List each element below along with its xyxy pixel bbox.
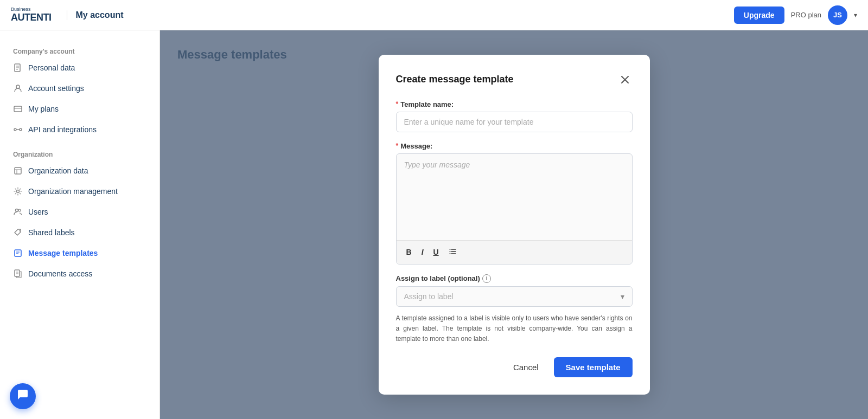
chat-bubble-button[interactable] (10, 383, 36, 409)
svg-point-15 (18, 209, 21, 211)
assign-dropdown-placeholder: Assign to label (404, 292, 454, 301)
sidebar-item-organization-management[interactable]: Organization management (0, 181, 159, 202)
sidebar-item-label: My plans (28, 105, 59, 113)
sidebar-section-organization: Organization (0, 146, 159, 160)
sidebar-section-company: Company's account (0, 43, 159, 57)
sidebar-item-shared-labels[interactable]: Shared labels (0, 222, 159, 243)
avatar-chevron-down-icon[interactable]: ▾ (854, 11, 857, 19)
sidebar: Company's account Personal data Account … (0, 30, 160, 419)
svg-point-16 (19, 230, 20, 231)
sidebar-item-label: Documents access (28, 269, 92, 278)
sidebar-item-label: Shared labels (28, 228, 75, 237)
document-icon (13, 63, 23, 73)
management-icon (13, 186, 23, 196)
upgrade-button[interactable]: Upgrade (734, 7, 784, 24)
chat-icon (16, 388, 29, 404)
modal-title: Create message template (396, 74, 514, 85)
header-title: My account (67, 10, 124, 20)
underline-button[interactable]: U (430, 246, 442, 259)
autenti-logo: Business AUTENTI (11, 7, 52, 23)
modal-header: Create message template (396, 72, 633, 87)
sidebar-item-personal-data[interactable]: Personal data (0, 57, 159, 78)
create-template-modal: Create message template * Template name:… (379, 55, 650, 395)
required-star-message: * (396, 142, 399, 150)
header-right: Upgrade PRO plan JS ▾ (734, 5, 857, 25)
assign-to-label-dropdown[interactable]: Assign to label ▾ (396, 286, 633, 307)
documents-icon (13, 269, 23, 279)
logo-main-text: AUTENTI (11, 12, 52, 23)
list-button[interactable] (445, 245, 461, 260)
api-icon (13, 125, 23, 134)
pro-plan-badge: PRO plan (791, 11, 821, 19)
message-toolbar: B I U (397, 240, 632, 264)
sidebar-item-label: Organization data (28, 166, 88, 175)
svg-rect-17 (15, 250, 21, 256)
template-name-label: * Template name: (396, 100, 633, 108)
org-icon (13, 166, 23, 176)
required-star: * (396, 100, 399, 108)
sidebar-item-label: Users (28, 208, 48, 216)
sidebar-item-label: Organization management (28, 187, 118, 196)
sidebar-item-organization-data[interactable]: Organization data (0, 160, 159, 181)
svg-point-14 (16, 209, 18, 212)
sidebar-item-label: Message templates (28, 249, 98, 257)
assign-hint-text: A template assigned to a label is visibl… (396, 313, 633, 345)
templates-icon (13, 248, 23, 258)
svg-point-13 (17, 190, 20, 193)
cancel-button[interactable]: Cancel (505, 357, 547, 377)
sidebar-item-label: Account settings (28, 84, 84, 93)
dropdown-chevron-icon: ▾ (621, 292, 624, 301)
svg-point-30 (449, 253, 450, 254)
svg-point-8 (20, 128, 22, 131)
info-icon[interactable]: i (482, 274, 491, 283)
bold-button[interactable]: B (403, 246, 415, 259)
template-name-input[interactable] (396, 112, 633, 132)
sidebar-item-account-settings[interactable]: Account settings (0, 78, 159, 99)
svg-rect-5 (14, 106, 22, 112)
svg-point-29 (449, 251, 450, 252)
main-content: Message templates templates ts and assoc… (160, 30, 868, 419)
message-label: * Message: (396, 142, 633, 150)
modal-footer: Cancel Save template (396, 357, 633, 377)
assign-label: Assign to label (optional) i (396, 274, 633, 283)
main-layout: Company's account Personal data Account … (0, 30, 868, 419)
svg-point-28 (449, 249, 450, 250)
sidebar-item-label: API and integrations (28, 125, 97, 134)
svg-rect-20 (15, 270, 20, 276)
avatar[interactable]: JS (828, 5, 847, 25)
sidebar-item-label: Personal data (28, 63, 75, 72)
sidebar-item-my-plans[interactable]: My plans (0, 99, 159, 119)
svg-rect-10 (15, 167, 21, 174)
labels-icon (13, 228, 23, 237)
save-template-button[interactable]: Save template (554, 357, 633, 377)
sidebar-item-api-integrations[interactable]: API and integrations (0, 119, 159, 140)
logo-area: Business AUTENTI My account (11, 7, 124, 23)
plans-icon (13, 104, 23, 114)
message-textarea[interactable] (397, 154, 632, 238)
header: Business AUTENTI My account Upgrade PRO … (0, 0, 868, 30)
svg-point-4 (16, 85, 20, 88)
modal-close-button[interactable] (617, 72, 633, 87)
sidebar-item-users[interactable]: Users (0, 202, 159, 222)
message-area-wrapper: B I U (396, 153, 633, 265)
sidebar-item-documents-access[interactable]: Documents access (0, 263, 159, 284)
users-icon (13, 207, 23, 217)
person-icon (13, 83, 23, 93)
modal-overlay: Create message template * Template name:… (160, 30, 868, 419)
italic-button[interactable]: I (418, 246, 427, 259)
sidebar-item-message-templates[interactable]: Message templates (0, 243, 159, 263)
logo-business-label: Business (11, 7, 52, 12)
svg-point-7 (14, 128, 16, 131)
